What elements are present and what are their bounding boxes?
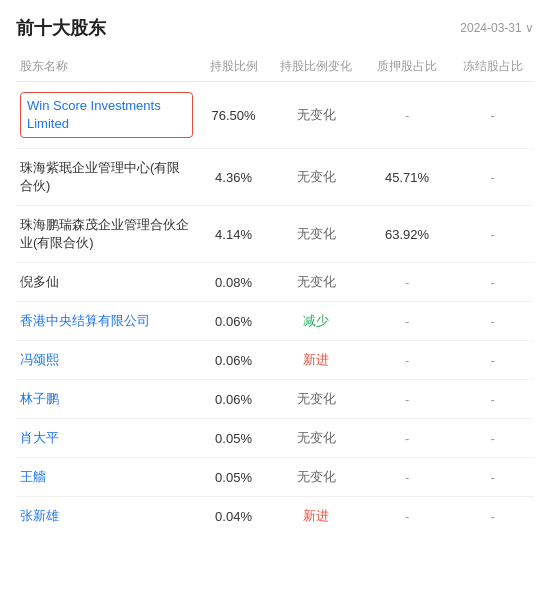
- col-header-ratio: 持股比例: [197, 52, 270, 82]
- ratio-change: 新进: [270, 341, 363, 380]
- shareholder-name[interactable]: 香港中央结算有限公司: [16, 302, 197, 341]
- ratio-change: 无变化: [270, 458, 363, 497]
- pledge-ratio: -: [363, 341, 451, 380]
- frozen-ratio: -: [451, 302, 534, 341]
- frozen-ratio: -: [451, 149, 534, 206]
- ratio-change: 无变化: [270, 206, 363, 263]
- shareholders-table: 股东名称 持股比例 持股比例变化 质押股占比 冻结股占比 Win Score I…: [16, 52, 534, 535]
- table-row: 珠海紫珉企业管理中心(有限合伙)4.36%无变化45.71%-: [16, 149, 534, 206]
- shareholder-name[interactable]: Win Score Investments Limited: [16, 82, 197, 149]
- shareholder-name[interactable]: 林子鹏: [16, 380, 197, 419]
- holding-ratio: 0.05%: [197, 419, 270, 458]
- frozen-ratio: -: [451, 458, 534, 497]
- holding-ratio: 0.04%: [197, 497, 270, 536]
- col-header-name: 股东名称: [16, 52, 197, 82]
- ratio-change: 无变化: [270, 149, 363, 206]
- page-container: 前十大股东 2024-03-31 ∨ 股东名称 持股比例 持股比例变化 质押股占…: [0, 0, 550, 551]
- col-header-pledge: 质押股占比: [363, 52, 451, 82]
- pledge-ratio: -: [363, 458, 451, 497]
- holding-ratio: 0.08%: [197, 263, 270, 302]
- ratio-change: 无变化: [270, 82, 363, 149]
- page-title: 前十大股东: [16, 16, 106, 40]
- shareholder-name[interactable]: 王艢: [16, 458, 197, 497]
- table-row: 倪多仙0.08%无变化--: [16, 263, 534, 302]
- frozen-ratio: -: [451, 206, 534, 263]
- col-header-frozen: 冻结股占比: [451, 52, 534, 82]
- page-header: 前十大股东 2024-03-31 ∨: [16, 16, 534, 40]
- shareholder-name[interactable]: 冯颂熙: [16, 341, 197, 380]
- holding-ratio: 4.36%: [197, 149, 270, 206]
- pledge-ratio: 45.71%: [363, 149, 451, 206]
- frozen-ratio: -: [451, 380, 534, 419]
- frozen-ratio: -: [451, 82, 534, 149]
- shareholder-name: 珠海鹏瑞森茂企业管理合伙企业(有限合伙): [16, 206, 197, 263]
- table-row: Win Score Investments Limited76.50%无变化--: [16, 82, 534, 149]
- table-row: 珠海鹏瑞森茂企业管理合伙企业(有限合伙)4.14%无变化63.92%-: [16, 206, 534, 263]
- holding-ratio: 0.05%: [197, 458, 270, 497]
- holding-ratio: 76.50%: [197, 82, 270, 149]
- page-date[interactable]: 2024-03-31 ∨: [460, 21, 534, 35]
- pledge-ratio: -: [363, 419, 451, 458]
- shareholder-name[interactable]: 肖大平: [16, 419, 197, 458]
- table-header-row: 股东名称 持股比例 持股比例变化 质押股占比 冻结股占比: [16, 52, 534, 82]
- frozen-ratio: -: [451, 263, 534, 302]
- table-row: 王艢0.05%无变化--: [16, 458, 534, 497]
- holding-ratio: 0.06%: [197, 341, 270, 380]
- pledge-ratio: -: [363, 302, 451, 341]
- frozen-ratio: -: [451, 497, 534, 536]
- holding-ratio: 4.14%: [197, 206, 270, 263]
- ratio-change: 无变化: [270, 380, 363, 419]
- holding-ratio: 0.06%: [197, 302, 270, 341]
- ratio-change: 减少: [270, 302, 363, 341]
- table-row: 肖大平0.05%无变化--: [16, 419, 534, 458]
- pledge-ratio: 63.92%: [363, 206, 451, 263]
- holding-ratio: 0.06%: [197, 380, 270, 419]
- shareholder-name[interactable]: 张新雄: [16, 497, 197, 536]
- frozen-ratio: -: [451, 341, 534, 380]
- col-header-change: 持股比例变化: [270, 52, 363, 82]
- shareholder-name: 倪多仙: [16, 263, 197, 302]
- ratio-change: 新进: [270, 497, 363, 536]
- ratio-change: 无变化: [270, 419, 363, 458]
- pledge-ratio: -: [363, 263, 451, 302]
- table-row: 冯颂熙0.06%新进--: [16, 341, 534, 380]
- shareholder-name: 珠海紫珉企业管理中心(有限合伙): [16, 149, 197, 206]
- table-row: 张新雄0.04%新进--: [16, 497, 534, 536]
- frozen-ratio: -: [451, 419, 534, 458]
- table-row: 香港中央结算有限公司0.06%减少--: [16, 302, 534, 341]
- pledge-ratio: -: [363, 497, 451, 536]
- table-row: 林子鹏0.06%无变化--: [16, 380, 534, 419]
- pledge-ratio: -: [363, 82, 451, 149]
- ratio-change: 无变化: [270, 263, 363, 302]
- pledge-ratio: -: [363, 380, 451, 419]
